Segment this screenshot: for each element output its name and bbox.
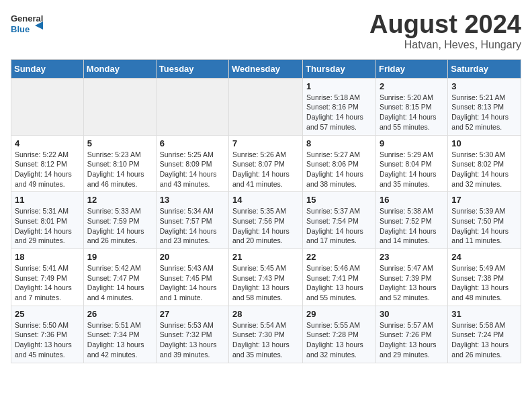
calendar-cell: 16Sunrise: 5:38 AM Sunset: 7:52 PM Dayli… — [375, 192, 447, 249]
day-number: 5 — [87, 138, 152, 148]
calendar-cell: 4Sunrise: 5:22 AM Sunset: 8:12 PM Daylig… — [11, 135, 84, 192]
day-number: 25 — [15, 309, 80, 319]
calendar-week-row: 4Sunrise: 5:22 AM Sunset: 8:12 PM Daylig… — [11, 135, 521, 192]
day-detail: Sunrise: 5:45 AM Sunset: 7:43 PM Dayligh… — [232, 263, 299, 303]
weekday-header-monday: Monday — [83, 59, 156, 78]
day-number: 19 — [87, 252, 152, 262]
day-detail: Sunrise: 5:30 AM Sunset: 8:02 PM Dayligh… — [451, 150, 517, 189]
day-number: 27 — [160, 309, 225, 319]
day-number: 1 — [306, 81, 372, 91]
calendar-cell: 12Sunrise: 5:33 AM Sunset: 7:59 PM Dayli… — [83, 192, 156, 249]
day-number: 18 — [15, 252, 80, 262]
day-detail: Sunrise: 5:58 AM Sunset: 7:24 PM Dayligh… — [451, 320, 517, 360]
calendar-cell: 3Sunrise: 5:21 AM Sunset: 8:13 PM Daylig… — [448, 78, 521, 135]
day-detail: Sunrise: 5:46 AM Sunset: 7:41 PM Dayligh… — [306, 263, 372, 303]
day-detail: Sunrise: 5:43 AM Sunset: 7:45 PM Dayligh… — [160, 263, 225, 303]
day-number: 6 — [160, 138, 225, 148]
day-number: 21 — [232, 252, 299, 262]
day-detail: Sunrise: 5:27 AM Sunset: 8:06 PM Dayligh… — [306, 150, 372, 189]
day-number: 22 — [306, 252, 372, 262]
weekday-header-tuesday: Tuesday — [156, 59, 228, 78]
day-number: 4 — [15, 138, 80, 148]
day-detail: Sunrise: 5:20 AM Sunset: 8:15 PM Dayligh… — [380, 93, 444, 132]
day-detail: Sunrise: 5:22 AM Sunset: 8:12 PM Dayligh… — [15, 150, 80, 189]
calendar-cell — [229, 78, 303, 135]
calendar-cell: 13Sunrise: 5:34 AM Sunset: 7:57 PM Dayli… — [156, 192, 228, 249]
svg-text:Blue: Blue — [11, 24, 30, 34]
calendar-cell: 15Sunrise: 5:37 AM Sunset: 7:54 PM Dayli… — [303, 192, 376, 249]
weekday-header-row: SundayMondayTuesdayWednesdayThursdayFrid… — [11, 59, 521, 78]
weekday-header-thursday: Thursday — [303, 59, 376, 78]
day-number: 23 — [380, 252, 444, 262]
day-detail: Sunrise: 5:38 AM Sunset: 7:52 PM Dayligh… — [380, 206, 444, 246]
day-detail: Sunrise: 5:57 AM Sunset: 7:26 PM Dayligh… — [380, 320, 444, 360]
calendar-week-row: 1Sunrise: 5:18 AM Sunset: 8:16 PM Daylig… — [11, 78, 521, 135]
calendar-title: August 2024 — [369, 11, 521, 39]
calendar-cell: 29Sunrise: 5:55 AM Sunset: 7:28 PM Dayli… — [303, 306, 376, 363]
day-number: 7 — [232, 138, 299, 148]
calendar-cell: 23Sunrise: 5:47 AM Sunset: 7:39 PM Dayli… — [375, 249, 447, 306]
calendar-cell: 6Sunrise: 5:25 AM Sunset: 8:09 PM Daylig… — [156, 135, 228, 192]
calendar-cell — [11, 78, 84, 135]
day-number: 30 — [380, 309, 444, 319]
calendar-subtitle: Hatvan, Heves, Hungary — [369, 39, 521, 51]
calendar-table: SundayMondayTuesdayWednesdayThursdayFrid… — [11, 59, 521, 363]
weekday-header-saturday: Saturday — [448, 59, 521, 78]
day-number: 24 — [451, 252, 517, 262]
day-number: 8 — [306, 138, 372, 148]
calendar-cell: 1Sunrise: 5:18 AM Sunset: 8:16 PM Daylig… — [303, 78, 376, 135]
calendar-cell: 11Sunrise: 5:31 AM Sunset: 8:01 PM Dayli… — [11, 192, 84, 249]
day-detail: Sunrise: 5:37 AM Sunset: 7:54 PM Dayligh… — [306, 206, 372, 246]
day-number: 15 — [306, 195, 372, 205]
calendar-cell: 30Sunrise: 5:57 AM Sunset: 7:26 PM Dayli… — [375, 306, 447, 363]
day-detail: Sunrise: 5:50 AM Sunset: 7:36 PM Dayligh… — [15, 320, 80, 360]
day-detail: Sunrise: 5:49 AM Sunset: 7:38 PM Dayligh… — [451, 263, 517, 303]
calendar-cell: 28Sunrise: 5:54 AM Sunset: 7:30 PM Dayli… — [229, 306, 303, 363]
day-number: 26 — [87, 309, 152, 319]
calendar-cell: 7Sunrise: 5:26 AM Sunset: 8:07 PM Daylig… — [229, 135, 303, 192]
calendar-cell: 20Sunrise: 5:43 AM Sunset: 7:45 PM Dayli… — [156, 249, 228, 306]
day-number: 11 — [15, 195, 80, 205]
logo: General Blue — [11, 11, 43, 39]
calendar-cell — [156, 78, 228, 135]
day-number: 2 — [380, 81, 444, 91]
day-number: 20 — [160, 252, 225, 262]
logo-icon: General Blue — [11, 11, 43, 39]
day-number: 28 — [232, 309, 299, 319]
calendar-cell: 24Sunrise: 5:49 AM Sunset: 7:38 PM Dayli… — [448, 249, 521, 306]
day-detail: Sunrise: 5:39 AM Sunset: 7:50 PM Dayligh… — [451, 206, 517, 246]
calendar-cell: 18Sunrise: 5:41 AM Sunset: 7:49 PM Dayli… — [11, 249, 84, 306]
day-detail: Sunrise: 5:55 AM Sunset: 7:28 PM Dayligh… — [306, 320, 372, 360]
calendar-cell: 5Sunrise: 5:23 AM Sunset: 8:10 PM Daylig… — [83, 135, 156, 192]
calendar-cell: 2Sunrise: 5:20 AM Sunset: 8:15 PM Daylig… — [375, 78, 447, 135]
day-detail: Sunrise: 5:23 AM Sunset: 8:10 PM Dayligh… — [87, 150, 152, 189]
day-number: 29 — [306, 309, 372, 319]
day-detail: Sunrise: 5:25 AM Sunset: 8:09 PM Dayligh… — [160, 150, 225, 189]
calendar-cell: 17Sunrise: 5:39 AM Sunset: 7:50 PM Dayli… — [448, 192, 521, 249]
calendar-week-row: 25Sunrise: 5:50 AM Sunset: 7:36 PM Dayli… — [11, 306, 521, 363]
day-number: 14 — [232, 195, 299, 205]
calendar-cell: 14Sunrise: 5:35 AM Sunset: 7:56 PM Dayli… — [229, 192, 303, 249]
svg-text:General: General — [11, 13, 43, 24]
day-detail: Sunrise: 5:51 AM Sunset: 7:34 PM Dayligh… — [87, 320, 152, 360]
day-detail: Sunrise: 5:41 AM Sunset: 7:49 PM Dayligh… — [15, 263, 80, 303]
day-detail: Sunrise: 5:29 AM Sunset: 8:04 PM Dayligh… — [380, 150, 444, 189]
day-number: 31 — [451, 309, 517, 319]
day-number: 12 — [87, 195, 152, 205]
day-detail: Sunrise: 5:35 AM Sunset: 7:56 PM Dayligh… — [232, 206, 299, 246]
calendar-cell: 9Sunrise: 5:29 AM Sunset: 8:04 PM Daylig… — [375, 135, 447, 192]
day-number: 10 — [451, 138, 517, 148]
day-detail: Sunrise: 5:21 AM Sunset: 8:13 PM Dayligh… — [451, 93, 517, 132]
day-detail: Sunrise: 5:53 AM Sunset: 7:32 PM Dayligh… — [160, 320, 225, 360]
day-detail: Sunrise: 5:26 AM Sunset: 8:07 PM Dayligh… — [232, 150, 299, 189]
calendar-cell: 27Sunrise: 5:53 AM Sunset: 7:32 PM Dayli… — [156, 306, 228, 363]
day-detail: Sunrise: 5:34 AM Sunset: 7:57 PM Dayligh… — [160, 206, 225, 246]
day-number: 3 — [451, 81, 517, 91]
day-detail: Sunrise: 5:47 AM Sunset: 7:39 PM Dayligh… — [380, 263, 444, 303]
title-block: August 2024 Hatvan, Heves, Hungary — [369, 11, 521, 51]
calendar-cell: 21Sunrise: 5:45 AM Sunset: 7:43 PM Dayli… — [229, 249, 303, 306]
day-detail: Sunrise: 5:54 AM Sunset: 7:30 PM Dayligh… — [232, 320, 299, 360]
weekday-header-wednesday: Wednesday — [229, 59, 303, 78]
day-detail: Sunrise: 5:31 AM Sunset: 8:01 PM Dayligh… — [15, 206, 80, 246]
day-detail: Sunrise: 5:18 AM Sunset: 8:16 PM Dayligh… — [306, 93, 372, 132]
